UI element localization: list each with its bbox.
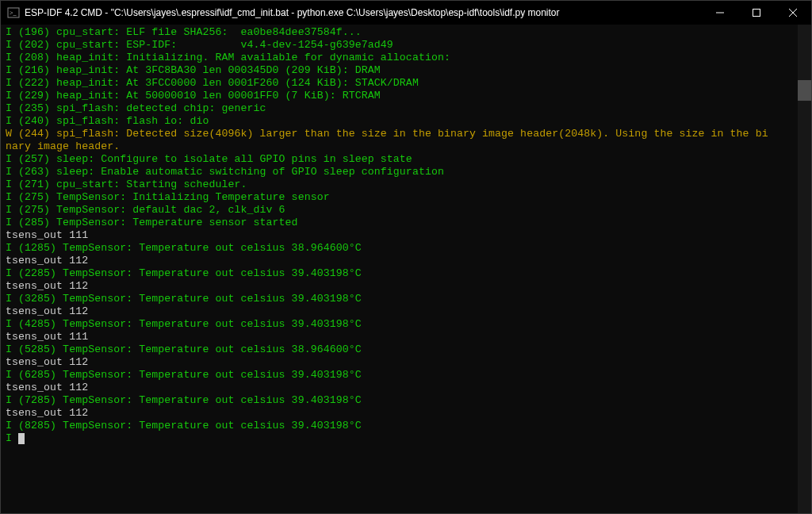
- log-line: I (257) sleep: Configure to isolate all …: [6, 153, 798, 166]
- scrollbar[interactable]: [798, 25, 811, 513]
- minimize-button[interactable]: [702, 1, 738, 25]
- window-title: ESP-IDF 4.2 CMD - "C:\Users\jayes\.espre…: [25, 7, 702, 18]
- log-line: tsens_out 111: [6, 331, 798, 343]
- log-line: I (202) cpu_start: ESP-IDF: v4.4-dev-125…: [6, 39, 798, 52]
- terminal-output[interactable]: I (196) cpu_start: ELF file SHA256: ea0b…: [1, 25, 798, 513]
- log-line: I (8285) TempSensor: Temperature out cel…: [6, 420, 798, 432]
- log-line: I (7285) TempSensor: Temperature out cel…: [6, 394, 798, 407]
- log-line: I (275) TempSensor: Initializing Tempera…: [6, 191, 798, 204]
- log-line: tsens_out 112: [6, 305, 798, 318]
- log-line: tsens_out 111: [6, 229, 798, 242]
- log-line: I (285) TempSensor: Temperature sensor s…: [6, 217, 798, 229]
- log-line: I (2285) TempSensor: Temperature out cel…: [6, 267, 798, 280]
- log-line: W (244) spi_flash: Detected size(4096k) …: [6, 128, 798, 140]
- log-line: I (275) TempSensor: default dac 2, clk_d…: [6, 204, 798, 217]
- prompt-line: I: [6, 432, 798, 445]
- log-line: I (229) heap_init: At 50000010 len 00001…: [6, 90, 798, 102]
- log-line: I (222) heap_init: At 3FCC0000 len 0001F…: [6, 77, 798, 90]
- log-line: nary image header.: [6, 140, 798, 153]
- titlebar[interactable]: >_ ESP-IDF 4.2 CMD - "C:\Users\jayes\.es…: [1, 1, 811, 25]
- log-line: I (6285) TempSensor: Temperature out cel…: [6, 369, 798, 382]
- log-line: I (263) sleep: Enable automatic switchin…: [6, 166, 798, 178]
- log-line: tsens_out 112: [6, 382, 798, 394]
- log-line: I (4285) TempSensor: Temperature out cel…: [6, 318, 798, 331]
- log-line: I (271) cpu_start: Starting scheduler.: [6, 178, 798, 191]
- log-line: I (196) cpu_start: ELF file SHA256: ea0b…: [6, 26, 798, 39]
- log-line: I (5285) TempSensor: Temperature out cel…: [6, 343, 798, 356]
- log-line: tsens_out 112: [6, 407, 798, 420]
- maximize-button[interactable]: [738, 1, 775, 25]
- log-line: I (3285) TempSensor: Temperature out cel…: [6, 293, 798, 305]
- log-line: tsens_out 112: [6, 280, 798, 293]
- log-line: I (216) heap_init: At 3FC8BA30 len 00034…: [6, 64, 798, 77]
- log-line: tsens_out 112: [6, 356, 798, 369]
- cursor: [18, 433, 25, 444]
- log-line: I (1285) TempSensor: Temperature out cel…: [6, 242, 798, 255]
- log-line: I (208) heap_init: Initializing. RAM ava…: [6, 52, 798, 64]
- cmd-window: >_ ESP-IDF 4.2 CMD - "C:\Users\jayes\.es…: [0, 0, 812, 514]
- content-area: I (196) cpu_start: ELF file SHA256: ea0b…: [1, 25, 811, 513]
- app-icon: >_: [7, 6, 20, 19]
- close-button[interactable]: [775, 1, 811, 25]
- scroll-thumb[interactable]: [798, 80, 811, 101]
- log-line: I (240) spi_flash: flash io: dio: [6, 115, 798, 128]
- svg-text:>_: >_: [10, 10, 17, 17]
- log-line: tsens_out 112: [6, 255, 798, 267]
- svg-rect-3: [753, 10, 760, 17]
- log-line: I (235) spi_flash: detected chip: generi…: [6, 102, 798, 115]
